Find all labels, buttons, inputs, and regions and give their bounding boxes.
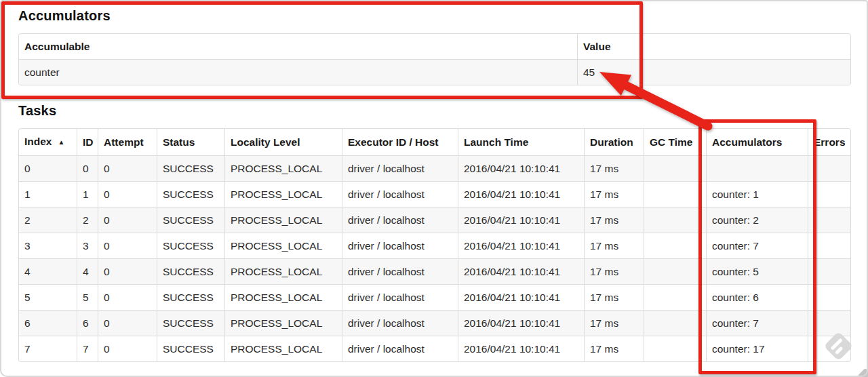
cell-executor-id-host: driver / localhost [342, 233, 458, 258]
header-accumulators[interactable]: Accumulators [706, 129, 808, 155]
cell-errors [808, 284, 850, 310]
cell-errors [808, 258, 850, 284]
cell-launch-time: 2016/04/21 10:10:41 [458, 258, 584, 284]
cell-executor-id-host: driver / localhost [342, 181, 458, 207]
cell-id: 6 [77, 310, 98, 336]
cell-attempt: 0 [98, 207, 157, 233]
cell-accumulable-name: counter [19, 59, 577, 85]
cell-accumulable-value: 45 [577, 59, 850, 85]
cell-status: SUCCESS [157, 207, 224, 233]
cell-accumulators [706, 155, 808, 181]
cell-index: 6 [19, 310, 77, 336]
task-row: 4 4 0 SUCCESS PROCESS_LOCAL driver / loc… [19, 258, 850, 284]
header-index[interactable]: Index▲ [19, 129, 77, 155]
cell-accumulators: counter: 7 [706, 310, 808, 336]
cell-status: SUCCESS [157, 284, 224, 310]
task-row: 3 3 0 SUCCESS PROCESS_LOCAL driver / loc… [19, 233, 850, 258]
task-row: 7 7 0 SUCCESS PROCESS_LOCAL driver / loc… [19, 336, 850, 361]
header-duration[interactable]: Duration [584, 129, 644, 155]
spark-stage-page: Accumulators Accumulable Value counter 4… [0, 0, 868, 377]
cell-attempt: 0 [98, 233, 157, 258]
tasks-section: Tasks Index▲ ID Attempt Status Locality … [0, 85, 868, 362]
header-locality-level[interactable]: Locality Level [224, 129, 342, 155]
tasks-header-row: Index▲ ID Attempt Status Locality Level … [19, 129, 850, 155]
cell-gc-time [644, 233, 706, 258]
skitch-watermark-corner-icon [858, 368, 868, 377]
header-gc-time[interactable]: GC Time [644, 129, 706, 155]
cell-executor-id-host: driver / localhost [342, 258, 458, 284]
cell-gc-time [644, 336, 706, 361]
cell-locality-level: PROCESS_LOCAL [224, 336, 342, 361]
tasks-heading: Tasks [18, 103, 850, 118]
cell-id: 0 [77, 155, 98, 181]
header-accumulable: Accumulable [19, 34, 577, 59]
cell-errors [808, 233, 850, 258]
header-executor-id-host[interactable]: Executor ID / Host [342, 129, 458, 155]
cell-locality-level: PROCESS_LOCAL [224, 284, 342, 310]
task-row: 6 6 0 SUCCESS PROCESS_LOCAL driver / loc… [19, 310, 850, 336]
cell-attempt: 0 [98, 155, 157, 181]
cell-index: 0 [19, 155, 77, 181]
accumulators-heading: Accumulators [18, 8, 850, 23]
cell-errors [808, 310, 850, 336]
cell-launch-time: 2016/04/21 10:10:41 [458, 207, 584, 233]
sort-ascending-icon: ▲ [58, 138, 64, 146]
header-attempt[interactable]: Attempt [98, 129, 157, 155]
cell-locality-level: PROCESS_LOCAL [224, 181, 342, 207]
cell-status: SUCCESS [157, 181, 224, 207]
accumulators-table: Accumulable Value counter 45 [18, 33, 851, 85]
cell-accumulators: counter: 6 [706, 284, 808, 310]
task-row: 2 2 0 SUCCESS PROCESS_LOCAL driver / loc… [19, 207, 850, 233]
cell-index: 1 [19, 181, 77, 207]
header-launch-time[interactable]: Launch Time [458, 129, 584, 155]
cell-status: SUCCESS [157, 258, 224, 284]
cell-status: SUCCESS [157, 233, 224, 258]
cell-errors [808, 181, 850, 207]
cell-launch-time: 2016/04/21 10:10:41 [458, 310, 584, 336]
header-index-label: Index [24, 136, 52, 147]
cell-locality-level: PROCESS_LOCAL [224, 310, 342, 336]
cell-id: 2 [77, 207, 98, 233]
cell-id: 5 [77, 284, 98, 310]
cell-duration: 17 ms [584, 258, 644, 284]
cell-index: 5 [19, 284, 77, 310]
cell-gc-time [644, 310, 706, 336]
cell-duration: 17 ms [584, 336, 644, 361]
cell-gc-time [644, 207, 706, 233]
cell-executor-id-host: driver / localhost [342, 155, 458, 181]
cell-gc-time [644, 155, 706, 181]
cell-duration: 17 ms [584, 155, 644, 181]
cell-accumulators: counter: 2 [706, 207, 808, 233]
cell-accumulators: counter: 7 [706, 233, 808, 258]
tasks-table: Index▲ ID Attempt Status Locality Level … [18, 128, 851, 362]
cell-id: 1 [77, 181, 98, 207]
cell-duration: 17 ms [584, 207, 644, 233]
task-row: 1 1 0 SUCCESS PROCESS_LOCAL driver / loc… [19, 181, 850, 207]
cell-gc-time [644, 258, 706, 284]
cell-duration: 17 ms [584, 233, 644, 258]
cell-locality-level: PROCESS_LOCAL [224, 258, 342, 284]
cell-id: 7 [77, 336, 98, 361]
header-errors[interactable]: Errors [808, 129, 850, 155]
cell-executor-id-host: driver / localhost [342, 207, 458, 233]
accumulators-header-row: Accumulable Value [19, 34, 850, 59]
cell-attempt: 0 [98, 258, 157, 284]
cell-gc-time [644, 284, 706, 310]
cell-executor-id-host: driver / localhost [342, 284, 458, 310]
cell-attempt: 0 [98, 310, 157, 336]
cell-index: 2 [19, 207, 77, 233]
cell-executor-id-host: driver / localhost [342, 336, 458, 361]
header-id[interactable]: ID [77, 129, 98, 155]
header-status[interactable]: Status [157, 129, 224, 155]
cell-executor-id-host: driver / localhost [342, 310, 458, 336]
cell-index: 3 [19, 233, 77, 258]
cell-launch-time: 2016/04/21 10:10:41 [458, 336, 584, 361]
cell-index: 7 [19, 336, 77, 361]
task-row: 5 5 0 SUCCESS PROCESS_LOCAL driver / loc… [19, 284, 850, 310]
cell-errors [808, 155, 850, 181]
cell-duration: 17 ms [584, 181, 644, 207]
cell-errors [808, 336, 850, 361]
cell-locality-level: PROCESS_LOCAL [224, 233, 342, 258]
cell-locality-level: PROCESS_LOCAL [224, 207, 342, 233]
cell-id: 4 [77, 258, 98, 284]
